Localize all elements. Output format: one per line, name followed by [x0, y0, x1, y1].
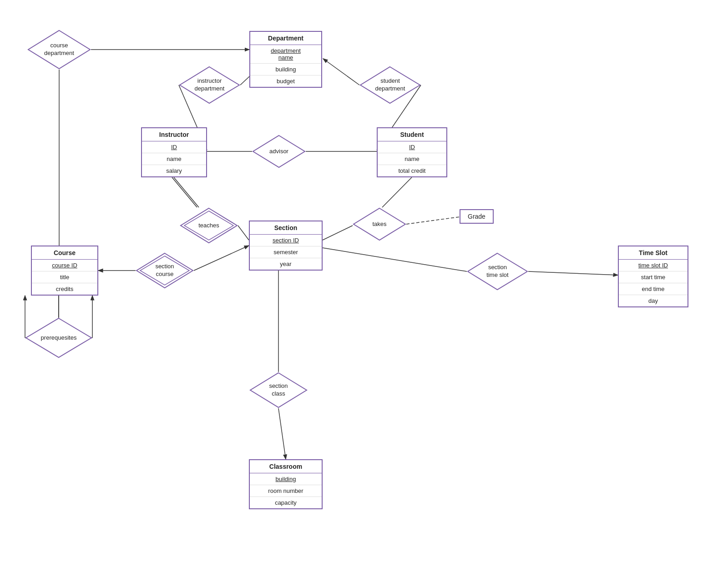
timeslot-entity: Time Slot time slot ID start time end ti…	[618, 246, 688, 307]
student-department-diamond: studentdepartment	[359, 66, 421, 104]
student-title: Student	[378, 128, 446, 141]
timeslot-title: Time Slot	[619, 246, 688, 260]
instructor-attr-name: name	[142, 153, 206, 165]
svg-line-11	[323, 226, 353, 240]
instructor-entity: Instructor ID name salary	[141, 127, 207, 177]
er-diagram: Department departmentname building budge…	[0, 0, 728, 582]
section-class-label: sectionclass	[269, 382, 288, 398]
department-attr-building: building	[250, 64, 321, 75]
section-timeslot-label: sectiontime slot	[486, 264, 508, 279]
svg-line-10	[382, 177, 412, 207]
takes-label: takes	[372, 221, 386, 228]
instructor-department-diamond: instructordepartment	[179, 66, 240, 104]
student-department-label: studentdepartment	[375, 77, 405, 93]
timeslot-attr-day: day	[619, 295, 688, 306]
classroom-attr-room: room number	[250, 485, 322, 497]
svg-line-16	[194, 246, 249, 271]
course-attr-title: title	[32, 271, 97, 283]
svg-line-18	[528, 271, 618, 275]
svg-line-5	[323, 59, 359, 85]
course-attr-id: course ID	[32, 260, 97, 271]
grade-box: Grade	[460, 209, 494, 224]
section-title: Section	[250, 221, 322, 235]
section-course-label: sectioncourse	[155, 263, 174, 278]
classroom-attr-capacity: capacity	[250, 497, 322, 508]
instructor-attr-id: ID	[142, 141, 206, 153]
timeslot-attr-start: start time	[619, 271, 688, 283]
student-entity: Student ID name total credit	[377, 127, 447, 177]
timeslot-attr-end: end time	[619, 283, 688, 295]
student-attr-credit: total credit	[378, 165, 446, 176]
section-timeslot-diamond: sectiontime slot	[467, 252, 528, 291]
section-attr-id: section ID	[250, 235, 322, 246]
classroom-entity: Classroom building room number capacity	[249, 459, 323, 509]
instructor-title: Instructor	[142, 128, 206, 141]
takes-diamond: takes	[353, 207, 406, 241]
department-attr-budget: budget	[250, 75, 321, 87]
teaches-diamond: teaches	[180, 207, 238, 244]
student-attr-id: ID	[378, 141, 446, 153]
course-entity: Course course ID title credits	[31, 246, 98, 296]
advisor-label: advisor	[269, 148, 288, 156]
section-attr-year: year	[250, 258, 322, 270]
course-department-diamond: coursedepartment	[27, 30, 91, 70]
course-department-label: coursedepartment	[44, 42, 74, 57]
svg-line-9	[238, 226, 249, 240]
section-class-diamond: sectionclass	[249, 372, 308, 408]
student-attr-name: name	[378, 153, 446, 165]
course-title: Course	[32, 246, 97, 260]
prerequesites-diamond: prerequesites	[25, 317, 92, 358]
advisor-diamond: advisor	[252, 135, 306, 168]
svg-line-17	[323, 248, 467, 271]
classroom-title: Classroom	[250, 460, 322, 473]
department-title: Department	[250, 32, 321, 45]
instructor-department-label: instructordepartment	[195, 77, 225, 93]
timeslot-attr-id: time slot ID	[619, 260, 688, 271]
classroom-attr-building: building	[250, 473, 322, 485]
course-attr-credits: credits	[32, 283, 97, 295]
section-entity: Section section ID semester year	[249, 221, 323, 271]
svg-line-8	[172, 177, 197, 207]
section-attr-semester: semester	[250, 246, 322, 258]
department-entity: Department departmentname building budge…	[249, 31, 322, 88]
department-attr-name: departmentname	[250, 45, 321, 64]
teaches-label: teaches	[198, 222, 219, 230]
instructor-attr-salary: salary	[142, 165, 206, 176]
svg-line-7	[174, 177, 199, 207]
section-course-diamond: sectioncourse	[136, 252, 194, 289]
prerequesites-label: prerequesites	[41, 334, 77, 342]
svg-line-12	[406, 217, 460, 224]
svg-line-20	[278, 408, 286, 459]
